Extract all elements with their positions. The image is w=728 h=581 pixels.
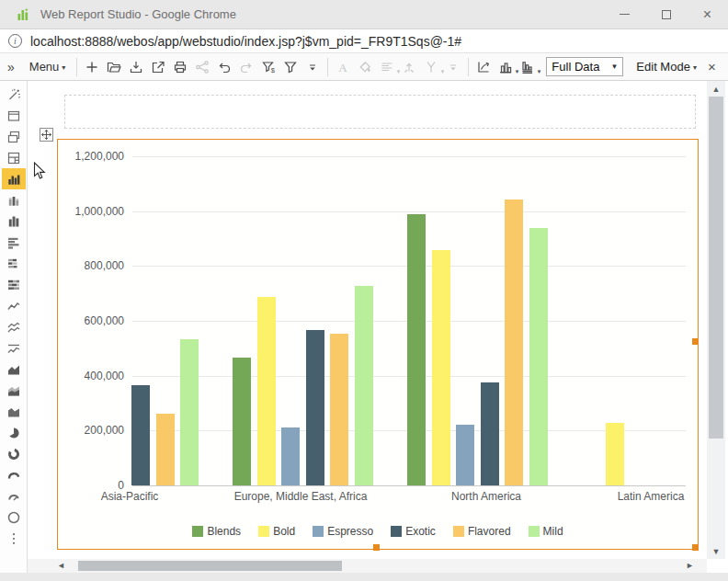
bar-bold-3[interactable]: [606, 423, 624, 485]
edit-mode-button[interactable]: Edit Mode ▾: [636, 60, 697, 74]
table-tool[interactable]: [2, 105, 26, 126]
swap-axes-button[interactable]: [472, 56, 495, 78]
export-report-button[interactable]: [147, 56, 169, 78]
bar-bold-2[interactable]: [432, 250, 450, 485]
bar-mild-1[interactable]: [355, 286, 373, 485]
chart-container[interactable]: 0200,000400,000600,000800,0001,000,0001,…: [57, 139, 699, 550]
report-canvas[interactable]: 0200,000400,000600,000800,0001,000,0001,…: [28, 81, 707, 559]
filter-options-dropdown-button[interactable]: [301, 56, 324, 78]
h-stacked-full-chart-tool[interactable]: [2, 274, 26, 295]
window-title: Web Report Studio - Google Chrome: [40, 7, 236, 21]
step-line-chart-tool[interactable]: [2, 337, 26, 359]
resize-handle-right[interactable]: [692, 338, 699, 345]
toolbar-format-group: A▾▾: [332, 56, 464, 78]
move-handle[interactable]: [40, 128, 53, 142]
expand-toolbar-button[interactable]: »: [7, 60, 15, 74]
area-chart-tool[interactable]: [2, 359, 26, 380]
bar-exotic-2[interactable]: [481, 382, 499, 485]
filter-button[interactable]: [279, 56, 301, 78]
open-report-button[interactable]: [103, 56, 125, 78]
donut-chart-tool[interactable]: [2, 443, 26, 464]
scroll-left-icon[interactable]: ◄: [57, 559, 65, 573]
stacked-area-chart-tool[interactable]: [2, 380, 26, 401]
share-report-button: [191, 56, 213, 78]
legend-swatch: [529, 526, 540, 537]
scroll-up-icon[interactable]: ▲: [707, 83, 725, 96]
window-titlebar: Web Report Studio - Google Chrome ×: [0, 0, 728, 29]
minimize-button[interactable]: [604, 0, 645, 29]
crosstab-tool[interactable]: [2, 126, 26, 147]
legend-label: Bold: [273, 525, 295, 538]
legend-item-blends[interactable]: Blends: [192, 525, 241, 538]
view-mode-select[interactable]: Full Data ▼: [546, 57, 623, 76]
legend-item-bold[interactable]: Bold: [258, 525, 295, 538]
bar-flavored-1[interactable]: [330, 334, 348, 485]
chart-legend: BlendsBoldEspressoExoticFlavoredMild: [58, 525, 698, 538]
stacked-line-chart-tool[interactable]: [2, 316, 26, 337]
x-axis-category-label: North America: [451, 490, 521, 503]
bar-flavored-2[interactable]: [505, 199, 523, 485]
x-axis-category-label: Europe, Middle East, Africa: [234, 490, 368, 503]
legend-item-flavored[interactable]: Flavored: [453, 525, 511, 538]
column-chart-tool[interactable]: [2, 211, 26, 232]
format-options-dropdown-button: [442, 56, 464, 78]
bar-blends-1[interactable]: [233, 358, 251, 485]
h-bar-chart-tool[interactable]: [2, 232, 26, 253]
horizontal-scrollbar[interactable]: ◄ ►: [28, 559, 707, 573]
line-chart-tool[interactable]: [2, 295, 26, 316]
close-window-button[interactable]: ×: [687, 0, 728, 29]
bar-exotic-0[interactable]: [131, 385, 150, 485]
wizard-tool[interactable]: [2, 84, 26, 105]
legend-label: Blends: [207, 525, 241, 538]
vertical-scrollbar[interactable]: ▲ ▼: [707, 81, 725, 559]
menu-button[interactable]: Menu ▾: [22, 60, 74, 74]
minimize-icon: [620, 14, 630, 15]
condition-filter-button[interactable]: $: [257, 56, 279, 78]
legend-item-espresso[interactable]: Espresso: [313, 525, 373, 538]
axis-style-button: ▾: [420, 56, 442, 78]
scroll-down-icon[interactable]: ▼: [707, 545, 725, 558]
bar-bold-1[interactable]: [257, 297, 276, 485]
sort-chart-button[interactable]: ▾: [517, 56, 539, 78]
empty-header-cell[interactable]: [64, 95, 696, 129]
scroll-right-icon[interactable]: ►: [686, 559, 694, 573]
fill-color-button: [354, 56, 376, 78]
resize-handle-corner[interactable]: [692, 544, 699, 551]
arc-chart-tool[interactable]: [2, 464, 26, 485]
circle-chart-tool[interactable]: [2, 507, 26, 528]
save-report-button[interactable]: [125, 56, 147, 78]
close-editor-button[interactable]: ×: [708, 59, 716, 74]
bar-flavored-0[interactable]: [156, 414, 175, 485]
freehand-table-tool[interactable]: [2, 147, 26, 168]
bar-espresso-2[interactable]: [456, 425, 474, 485]
more-chart-types-tool[interactable]: [2, 528, 26, 549]
bar-espresso-1[interactable]: [281, 427, 300, 485]
maximize-button[interactable]: [645, 0, 687, 29]
resize-handle-bottom[interactable]: [373, 544, 380, 551]
legend-item-mild[interactable]: Mild: [529, 525, 563, 538]
print-report-button[interactable]: [169, 56, 191, 78]
horizontal-scroll-thumb[interactable]: [78, 561, 342, 571]
toolbar-separator: [327, 58, 328, 76]
h-stacked-chart-tool[interactable]: [2, 253, 26, 274]
bar-chart-tool[interactable]: [2, 168, 26, 189]
undo-button[interactable]: [213, 56, 235, 78]
chart-style-button[interactable]: ▾: [495, 56, 517, 78]
filled-area-chart-tool[interactable]: [2, 401, 26, 422]
bar-mild-0[interactable]: [180, 339, 199, 485]
bar-exotic-1[interactable]: [306, 330, 324, 485]
bar-chart-3d-tool[interactable]: [2, 189, 26, 211]
component-sidebar: [0, 81, 28, 573]
pie-chart-tool[interactable]: [2, 422, 26, 443]
vertical-scroll-thumb[interactable]: [709, 97, 723, 439]
toolbar-chart-group: ▾▾: [472, 56, 539, 78]
gridline: [132, 156, 686, 157]
new-report-button[interactable]: [81, 56, 103, 78]
bar-mild-2[interactable]: [529, 228, 548, 485]
select-arrow-icon: ▼: [610, 63, 618, 71]
page-info-icon[interactable]: i: [8, 34, 22, 48]
legend-item-exotic[interactable]: Exotic: [391, 525, 436, 538]
gauge-chart-tool[interactable]: [2, 485, 26, 507]
address-bar[interactable]: i localhost:8888/webos/app/webstudio/ind…: [0, 29, 728, 53]
bar-blends-2[interactable]: [407, 214, 426, 485]
